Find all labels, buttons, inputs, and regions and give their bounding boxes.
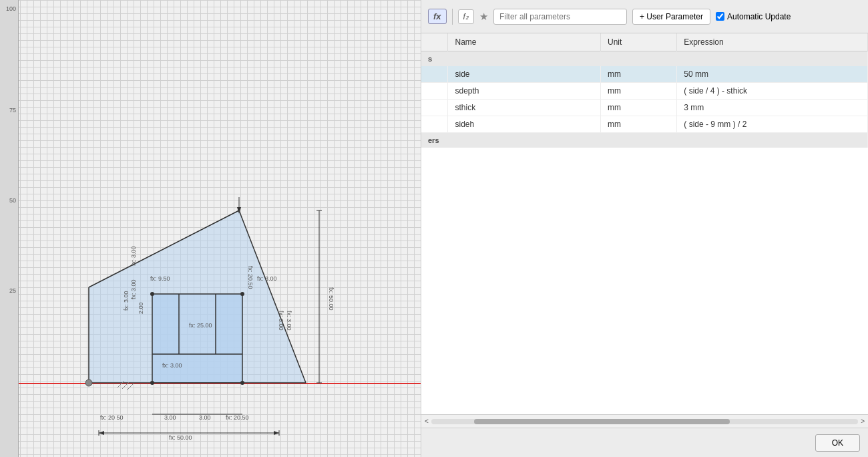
cad-canvas: 100 75 50 25	[0, 0, 421, 457]
ruler-100: 100	[6, 5, 16, 12]
auto-update-label[interactable]: Automatic Update	[716, 12, 791, 21]
col-header-unit: Unit	[601, 33, 677, 51]
row-expression-0-1: ( side / 4 ) - sthick	[677, 83, 868, 100]
row-expression-0-0: 50 mm	[677, 66, 868, 83]
col-header-expand	[421, 33, 448, 51]
row-name-0-1: sdepth	[448, 83, 601, 100]
svg-marker-47	[274, 431, 279, 435]
svg-text:fx: 3.00: fx: 3.00	[123, 291, 130, 311]
row-unit-0-2: mm	[601, 100, 677, 116]
fx-button[interactable]: fx	[428, 9, 447, 24]
auto-update-text: Automatic Update	[727, 12, 791, 21]
col-header-expression: Expression	[677, 33, 868, 51]
sketch-svg: fx: 3.00 fx: 9.50 fx: 20.50 fx: 3.00 fx:…	[19, 0, 421, 457]
svg-text:fx: 20 50: fx: 20 50	[100, 414, 124, 421]
toolbar-divider	[452, 9, 453, 25]
svg-text:2.00: 2.00	[138, 302, 144, 314]
svg-text:fx: 20.50: fx: 20.50	[247, 266, 254, 289]
svg-text:fx: 20.50: fx: 20.50	[226, 414, 249, 421]
table-row[interactable]: sideh mm ( side - 9 mm ) / 2	[421, 116, 868, 133]
svg-text:fx: 9.50: fx: 9.50	[150, 275, 170, 282]
col-header-name: Name	[448, 33, 601, 51]
toolbar: fx f₂ ★ + User Parameter Automatic Updat…	[421, 0, 868, 33]
scroll-thumb[interactable]	[474, 419, 730, 424]
svg-text:fx: 3.00: fx: 3.00	[278, 311, 284, 331]
table-row[interactable]: sthick mm 3 mm	[421, 100, 868, 116]
row-unit-0-0: mm	[601, 66, 677, 83]
row-expand-0-1	[421, 83, 448, 100]
scrollbar-area[interactable]: < >	[421, 414, 868, 428]
svg-point-22	[240, 381, 244, 385]
row-name-0-2: sthick	[448, 100, 601, 116]
section-header-0: s	[421, 51, 868, 67]
svg-text:fx: 3.00: fx: 3.00	[130, 279, 137, 299]
svg-point-19	[150, 292, 154, 296]
svg-text:fx: 3.00: fx: 3.00	[286, 311, 292, 331]
svg-text:fx: 25.00: fx: 25.00	[189, 322, 212, 329]
user-param-button[interactable]: + User Parameter	[632, 9, 710, 25]
f2-button[interactable]: f₂	[458, 9, 474, 24]
f2-icon: f₂	[463, 12, 469, 21]
ruler-25: 25	[9, 287, 16, 294]
row-expand-0-0	[421, 66, 448, 83]
section-header-1: ers	[421, 133, 868, 148]
scroll-track[interactable]	[431, 419, 858, 424]
svg-text:3.00: 3.00	[199, 414, 211, 421]
param-panel: fx f₂ ★ + User Parameter Automatic Updat…	[421, 0, 868, 457]
row-name-0-0: side	[448, 66, 601, 83]
svg-text:fx: 3.00: fx: 3.00	[257, 275, 277, 282]
svg-marker-46	[99, 431, 104, 435]
svg-text:3.00: 3.00	[164, 414, 176, 421]
fx-icon: fx	[433, 11, 441, 21]
row-expand-0-3	[421, 116, 448, 133]
star-icon[interactable]: ★	[479, 11, 488, 23]
panel-footer: OK	[421, 428, 868, 457]
table-row[interactable]: sdepth mm ( side / 4 ) - sthick	[421, 83, 868, 100]
row-unit-0-3: mm	[601, 116, 677, 133]
svg-text:fx: 3.00: fx: 3.00	[130, 246, 137, 266]
table-area[interactable]: Name Unit Expression s side mm 50 mm sde…	[421, 33, 868, 414]
svg-point-20	[240, 292, 244, 296]
row-expression-0-2: 3 mm	[677, 100, 868, 116]
svg-rect-6	[152, 294, 242, 383]
ok-button[interactable]: OK	[815, 434, 860, 452]
table-row[interactable]: side mm 50 mm	[421, 66, 868, 83]
scroll-right-arrow[interactable]: >	[861, 418, 865, 425]
table-body: s side mm 50 mm sdepth mm ( side / 4 ) -…	[421, 51, 868, 148]
svg-point-21	[150, 381, 154, 385]
scroll-left-arrow[interactable]: <	[425, 418, 429, 425]
table-header-row: Name Unit Expression	[421, 33, 868, 51]
svg-text:fx: 3.00: fx: 3.00	[162, 362, 182, 369]
auto-update-checkbox[interactable]	[716, 12, 724, 21]
svg-line-45	[127, 384, 134, 390]
svg-text:fx: 50.00: fx: 50.00	[169, 434, 192, 441]
row-unit-0-1: mm	[601, 83, 677, 100]
ruler-left: 100 75 50 25	[0, 0, 19, 457]
filter-input[interactable]	[493, 9, 627, 25]
row-expression-0-3: ( side - 9 mm ) / 2	[677, 116, 868, 133]
svg-point-23	[85, 379, 92, 386]
ruler-75: 75	[9, 107, 16, 114]
ruler-50: 50	[9, 197, 16, 204]
row-expand-0-2	[421, 100, 448, 116]
row-name-0-3: sideh	[448, 116, 601, 133]
svg-text:fx: 50.00: fx: 50.00	[328, 287, 335, 311]
parameters-table: Name Unit Expression s side mm 50 mm sde…	[421, 33, 868, 148]
cad-sketch: fx: 3.00 fx: 9.50 fx: 20.50 fx: 3.00 fx:…	[19, 0, 421, 457]
